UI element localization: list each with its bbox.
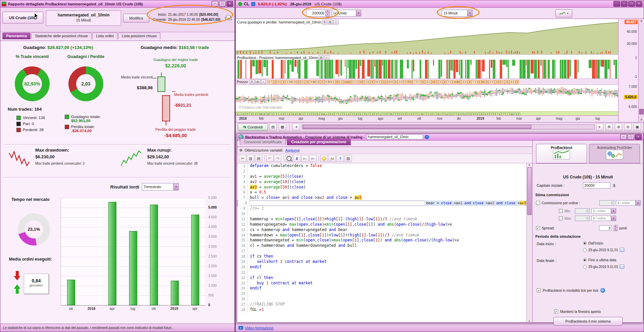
- search-icon[interactable]: [285, 155, 292, 162]
- report-tab[interactable]: Panoramica: [2, 33, 31, 39]
- max-input[interactable]: 0: [575, 216, 590, 221]
- layout-grid-icon[interactable]: [613, 1, 620, 7]
- creation-tab[interactable]: Creazione semplificata: [240, 139, 286, 145]
- print-icon[interactable]: [225, 15, 232, 21]
- cut-icon[interactable]: ✂: [239, 155, 246, 162]
- print-icon[interactable]: ▨: [344, 155, 352, 162]
- maximize-icon[interactable]: □: [628, 1, 635, 7]
- font-larger-icon[interactable]: A+: [309, 155, 317, 162]
- font-smaller-icon[interactable]: A−: [301, 155, 309, 162]
- min-input[interactable]: 0: [575, 208, 590, 214]
- minimize-icon[interactable]: −: [212, 1, 218, 7]
- scroll-left-icon[interactable]: ◄: [292, 123, 300, 130]
- close-icon[interactable]: ×: [261, 79, 266, 84]
- wrench-icon[interactable]: ⚙: [250, 79, 255, 84]
- zoom-in-icon[interactable]: ⊕: [615, 123, 622, 130]
- time-axis[interactable]: 2018febmaraprmaggiulugagosetottnovdic201…: [236, 115, 618, 122]
- minimize-icon[interactable]: −: [621, 1, 628, 7]
- copy-icon[interactable]: ▥: [255, 79, 260, 84]
- equity-panel[interactable]: Curva guadagni e perdite: hammernegated_…: [236, 19, 618, 55]
- tab-autotrading-proorder[interactable]: Autotrading ProOrder: [589, 144, 640, 163]
- editor-scrollbar[interactable]: ▲ ▼: [526, 163, 532, 322]
- list-icon[interactable]: ▤: [269, 123, 277, 130]
- keep-open-row[interactable]: ✓ Mantieni la finestra aperta: [554, 310, 601, 314]
- share-button[interactable]: ⇆ Condividi: [238, 123, 268, 131]
- wrench-icon[interactable]: ⚙: [322, 20, 327, 24]
- min-checkbox[interactable]: [559, 209, 563, 213]
- scroll-right-icon[interactable]: ►: [596, 123, 603, 130]
- report-titlebar[interactable]: Rapporto dettagliato ProBacktest hammern…: [0, 0, 234, 8]
- start-option-beginning[interactable]: Dall'inizio: [583, 241, 603, 245]
- max-unit-select[interactable]: $ / ordine▼: [591, 216, 616, 221]
- vertical-scrollbar[interactable]: ▲ ▼: [638, 19, 644, 121]
- tick-mode-row[interactable]: ✓ ProBacktest in modalità tick per tick: [537, 288, 605, 293]
- scroll-down-icon[interactable]: ▼: [639, 118, 644, 121]
- scroll-thumb[interactable]: [639, 109, 644, 114]
- period-select[interactable]: Trimestrale ▼: [142, 183, 179, 190]
- calendar-icon[interactable]: [620, 248, 624, 252]
- creation-tab[interactable]: Creazione per programmazione: [287, 139, 351, 145]
- chart-titlebar[interactable]: CL i 5.820,0 (-1,92%) 28-giu-2019 US Cru…: [236, 0, 644, 8]
- spread-stepper[interactable]: ▲▼: [613, 225, 618, 231]
- wrench-icon[interactable]: ⚙: [605, 123, 613, 130]
- report-tab[interactable]: Lista ordini: [92, 33, 117, 39]
- chart-type-button[interactable]: ▼: [555, 9, 572, 17]
- gross-results-chart[interactable]: [61, 198, 205, 306]
- minimize-icon[interactable]: −: [620, 134, 627, 140]
- scroll-thumb[interactable]: [527, 167, 532, 215]
- min-unit-select[interactable]: $ / ordine▼: [591, 208, 616, 214]
- position-stripe: [542, 60, 543, 78]
- calendar-icon[interactable]: ▦: [279, 123, 286, 130]
- function-icon[interactable]: ƒx: [328, 155, 336, 162]
- code-editor[interactable]: 1defparam cumulateorders = false23av1 = …: [237, 163, 526, 322]
- start-option-date[interactable]: 29-giu-2019 9.11.01: [583, 248, 624, 252]
- timeframe-select[interactable]: 15 Minuti▼: [442, 10, 473, 16]
- chart-style-icon: [559, 11, 566, 15]
- copy-icon[interactable]: ▥: [247, 155, 254, 162]
- add-variable-link[interactable]: Aggiungi: [285, 148, 300, 152]
- close-icon[interactable]: ×: [636, 1, 642, 7]
- price-axis[interactable]: 46.827 40.000 30.000 1 -1 7.000 5.820,0 …: [618, 19, 638, 121]
- close-icon[interactable]: ×: [226, 1, 233, 7]
- unit-select[interactable]: (x) Unità▼: [332, 10, 361, 16]
- quantity-stepper[interactable]: ▲▼: [326, 10, 330, 17]
- run-backtest-button[interactable]: ProBacktesta il mio sistema: [553, 317, 623, 326]
- price-panel[interactable]: Prezzo ⚙ ▥ × 4,726,33 556,900,33.680,816…: [236, 79, 618, 115]
- time-scrollbar[interactable]: [302, 124, 595, 129]
- maximize-icon[interactable]: □: [219, 1, 226, 7]
- capital-input[interactable]: 20000: [583, 182, 610, 188]
- copy-icon[interactable]: ▥: [328, 20, 333, 24]
- modify-button[interactable]: Modifica: [123, 14, 149, 22]
- commission-checkbox[interactable]: [536, 201, 540, 205]
- undo-icon[interactable]: ↶: [266, 155, 273, 162]
- close-icon[interactable]: ×: [635, 134, 642, 140]
- calendar-icon[interactable]: [620, 265, 624, 269]
- tab-probacktest[interactable]: ProBacktest: [536, 144, 587, 163]
- fullscreen-icon[interactable]: ▣: [634, 123, 641, 130]
- close-icon[interactable]: ×: [324, 55, 329, 60]
- commission-input[interactable]: 0: [599, 200, 614, 206]
- spread-checkbox[interactable]: ✓: [536, 226, 540, 230]
- info-icon[interactable]: i: [251, 2, 255, 6]
- max-checkbox[interactable]: [559, 216, 563, 220]
- comment-icon[interactable]: //: [293, 155, 301, 162]
- hint-icon[interactable]: [320, 155, 328, 162]
- quantity-input[interactable]: 200000: [306, 10, 326, 16]
- report-tab[interactable]: Lista posizioni chiuse: [118, 33, 160, 39]
- end-option-date[interactable]: 29-giu-2019 9.11.01: [583, 265, 624, 269]
- positions-panel[interactable]: ProBacktest - Posizioni: hammernegated_o…: [236, 55, 618, 79]
- close-icon[interactable]: ×: [333, 20, 338, 24]
- commission-unit-select[interactable]: $ / ordine▼: [616, 200, 641, 206]
- report-tab[interactable]: Statistiche delle posizioni chiuse: [31, 33, 92, 39]
- spread-input[interactable]: 3: [599, 225, 612, 231]
- maximize-icon[interactable]: □: [628, 134, 634, 140]
- video-training-link[interactable]: Video formazione: [245, 326, 273, 330]
- zoom-out-icon[interactable]: ⊖: [624, 123, 632, 130]
- scroll-up-icon[interactable]: ▲: [639, 19, 644, 22]
- copy-icon[interactable]: ▥: [319, 55, 324, 60]
- help-icon[interactable]: ?: [336, 155, 344, 162]
- paste-icon[interactable]: ▤: [255, 155, 262, 162]
- end-option-last[interactable]: Fino a ultima data: [583, 258, 616, 262]
- redo-icon[interactable]: ↷: [274, 155, 281, 162]
- time-scroll-thumb[interactable]: [303, 125, 531, 129]
